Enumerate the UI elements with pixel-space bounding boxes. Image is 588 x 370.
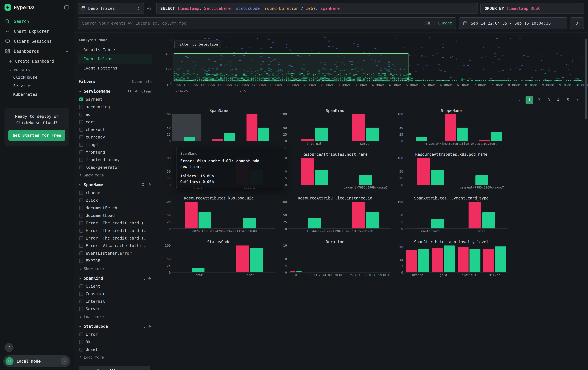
inlier-bar[interactable] <box>250 248 263 272</box>
inlier-bar[interactable] <box>192 268 204 272</box>
filter-checkbox-item[interactable]: Internal <box>79 298 152 305</box>
filter-checkbox-item[interactable]: eventListener.error <box>79 250 152 257</box>
checkbox[interactable] <box>79 221 83 225</box>
checkbox[interactable] <box>79 251 83 255</box>
checkbox[interactable] <box>79 98 83 101</box>
inlier-bar[interactable] <box>224 133 235 141</box>
pagination-prev[interactable]: ‹ <box>516 96 524 104</box>
inlier-bar[interactable] <box>457 128 468 141</box>
filter-checkbox-item[interactable]: Client <box>79 282 152 290</box>
filter-checkbox-item[interactable]: Error: The credit card (… <box>79 234 152 242</box>
inlier-bar[interactable] <box>416 137 427 141</box>
pagination-page-2[interactable]: 2 <box>535 96 543 104</box>
chevron-right-icon[interactable]: › <box>61 357 68 365</box>
filter-checkbox-item[interactable]: accounting <box>79 103 152 111</box>
filter-group-header[interactable]: ServiceNameClear <box>79 89 152 94</box>
checkbox[interactable] <box>79 244 83 248</box>
inlier-bar[interactable] <box>366 212 379 229</box>
filter-checkbox-item[interactable]: frontend-proxy <box>79 156 152 164</box>
inlier-bar[interactable] <box>366 128 379 141</box>
lucene-toggle[interactable]: Lucene <box>438 21 452 25</box>
checkbox[interactable] <box>79 292 83 296</box>
sidebar-preset-kubernetes[interactable]: Kubernetes <box>0 90 74 99</box>
help-button[interactable]: ? <box>4 343 13 352</box>
run-query-button[interactable] <box>570 17 584 29</box>
filter-checkbox-item[interactable]: frontend <box>79 149 152 156</box>
checkbox[interactable] <box>79 214 83 218</box>
pagination-page-4[interactable]: 4 <box>555 96 562 104</box>
filter-checkbox-item[interactable]: change <box>79 189 152 197</box>
inlier-bar[interactable] <box>315 170 328 185</box>
analysis-mode-event-deltas[interactable]: Event Deltas <box>79 54 152 64</box>
checkbox[interactable] <box>79 348 83 351</box>
outlier-bar[interactable] <box>432 248 443 272</box>
delta-chart-instance-id[interactable]: ResourceAttribu..ice.instance.id10050250… <box>279 196 391 238</box>
inlier-bar[interactable] <box>184 137 195 141</box>
inlier-bar[interactable] <box>418 249 429 272</box>
delta-chart-host-name[interactable]: ResourceAttributes.host.name10050250paym… <box>279 152 391 194</box>
checkbox[interactable] <box>79 199 83 202</box>
outlier-bar[interactable] <box>479 140 490 141</box>
filter-by-selection-button[interactable]: Filter by Selection <box>174 40 221 48</box>
window-scrollbar[interactable] <box>585 39 587 119</box>
filter-checkbox-item[interactable]: Unset <box>79 346 152 353</box>
pin-icon[interactable] <box>147 324 152 329</box>
filter-checkbox-item[interactable]: Consumer <box>79 290 152 298</box>
filter-checkbox-item[interactable]: documentLoad <box>79 212 152 219</box>
search-input[interactable] <box>82 21 421 26</box>
sidebar-item-client-sessions[interactable]: Client Sessions <box>0 36 74 46</box>
pagination-next[interactable]: › <box>574 96 582 104</box>
sidebar-preset-clickhouse[interactable]: ClickHouse <box>0 73 74 81</box>
outlier-bar[interactable] <box>458 247 469 272</box>
show-more-link[interactable]: Show more <box>79 267 152 271</box>
checkbox[interactable] <box>79 135 83 139</box>
more-filters-button[interactable]: More filters <box>79 366 150 370</box>
presets-toggle[interactable]: PRESETS <box>0 66 74 73</box>
inlier-bar[interactable] <box>475 175 488 185</box>
delta-chart-statuscode[interactable]: StatusCode10050250ErrorUnset <box>163 240 275 281</box>
inlier-bar[interactable] <box>495 246 506 272</box>
filter-checkbox-item[interactable]: Error: The credit card (… <box>79 219 152 227</box>
checkbox[interactable] <box>79 340 83 344</box>
gear-icon[interactable] <box>147 6 154 11</box>
checkbox[interactable] <box>79 143 83 147</box>
sidebar-item-dashboards[interactable]: Dashboards <box>0 46 74 56</box>
delta-chart-scopename[interactable]: ScopeName10050250@hyperdx/instrumentatio… <box>395 109 507 150</box>
search-icon[interactable] <box>141 324 146 329</box>
inlier-bar[interactable] <box>243 218 256 229</box>
filter-group-header[interactable]: SpanName <box>79 182 152 187</box>
filter-checkbox-item[interactable]: Error: The credit card (… <box>79 227 152 234</box>
filter-checkbox-item[interactable]: load-generator <box>79 164 152 171</box>
outlier-bar[interactable] <box>301 158 314 185</box>
inlier-bar[interactable] <box>199 212 211 229</box>
inlier-bar[interactable] <box>431 170 444 185</box>
outlier-bar[interactable] <box>212 139 223 141</box>
filter-checkbox-item[interactable]: cart <box>79 118 152 126</box>
inlier-bar[interactable] <box>258 128 269 141</box>
checkbox[interactable] <box>79 300 83 303</box>
date-range-picker[interactable]: Sep 14 22:04:35 - Sep 15 10:04:35 <box>459 17 567 29</box>
outlier-bar[interactable] <box>236 245 249 272</box>
outlier-bar[interactable] <box>417 158 430 185</box>
checkbox[interactable] <box>79 113 83 117</box>
analysis-mode-event-patterns[interactable]: Event Patterns <box>79 64 152 73</box>
inlier-bar[interactable] <box>431 219 444 229</box>
checkbox[interactable] <box>79 191 83 195</box>
outlier-bar[interactable] <box>417 228 430 229</box>
pagination-page-3[interactable]: 3 <box>545 96 553 104</box>
sidebar-item-chart-explorer[interactable]: Chart Explorer <box>0 26 74 36</box>
checkbox[interactable] <box>79 206 83 210</box>
filter-checkbox-item[interactable]: currency <box>79 133 152 141</box>
inlier-bar[interactable] <box>359 175 372 185</box>
checkbox[interactable] <box>79 166 83 170</box>
outlier-bar[interactable] <box>301 139 314 141</box>
order-by-control[interactable]: ORDER BY Timestamp DESC <box>481 3 584 14</box>
filter-checkbox-item[interactable]: Error: Visa cache full: … <box>79 242 152 250</box>
checkbox[interactable] <box>79 307 83 311</box>
outlier-bar[interactable] <box>352 114 365 141</box>
checkbox[interactable] <box>79 120 83 124</box>
sql-toggle[interactable]: SQL <box>424 21 431 25</box>
analysis-mode-results-table[interactable]: Results Table <box>79 45 152 54</box>
pin-icon[interactable] <box>134 89 138 94</box>
collapse-sidebar-icon[interactable] <box>64 5 69 10</box>
